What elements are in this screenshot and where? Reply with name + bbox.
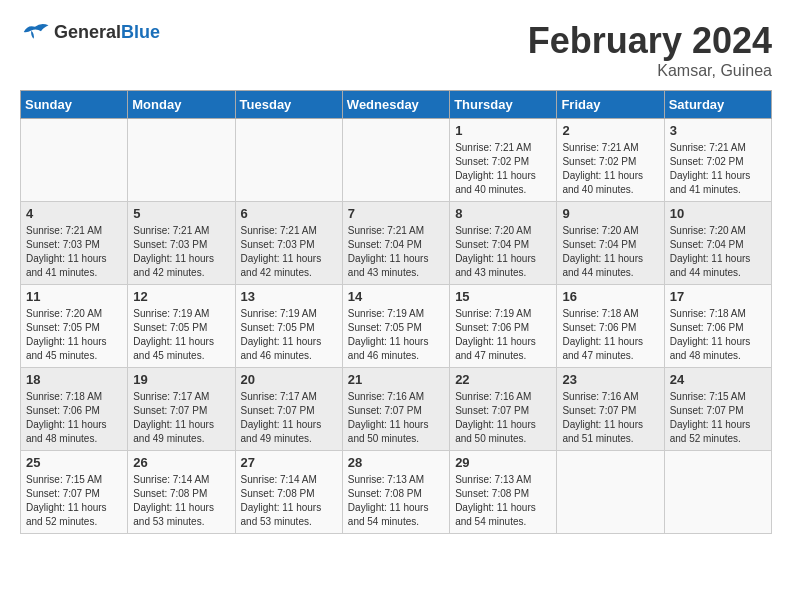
day-info: Sunrise: 7:19 AM Sunset: 7:05 PM Dayligh… xyxy=(348,307,444,363)
day-number: 22 xyxy=(455,372,551,387)
calendar-cell xyxy=(128,119,235,202)
logo-bird-icon xyxy=(20,20,50,44)
day-info: Sunrise: 7:21 AM Sunset: 7:03 PM Dayligh… xyxy=(26,224,122,280)
weekday-header-saturday: Saturday xyxy=(664,91,771,119)
day-number: 29 xyxy=(455,455,551,470)
calendar-cell: 10Sunrise: 7:20 AM Sunset: 7:04 PM Dayli… xyxy=(664,202,771,285)
calendar-cell: 11Sunrise: 7:20 AM Sunset: 7:05 PM Dayli… xyxy=(21,285,128,368)
day-number: 8 xyxy=(455,206,551,221)
day-number: 17 xyxy=(670,289,766,304)
calendar-cell: 2Sunrise: 7:21 AM Sunset: 7:02 PM Daylig… xyxy=(557,119,664,202)
day-info: Sunrise: 7:19 AM Sunset: 7:06 PM Dayligh… xyxy=(455,307,551,363)
weekday-header-thursday: Thursday xyxy=(450,91,557,119)
weekday-header-monday: Monday xyxy=(128,91,235,119)
calendar-cell xyxy=(557,451,664,534)
day-info: Sunrise: 7:20 AM Sunset: 7:04 PM Dayligh… xyxy=(670,224,766,280)
calendar-cell: 5Sunrise: 7:21 AM Sunset: 7:03 PM Daylig… xyxy=(128,202,235,285)
calendar-cell: 26Sunrise: 7:14 AM Sunset: 7:08 PM Dayli… xyxy=(128,451,235,534)
day-info: Sunrise: 7:21 AM Sunset: 7:02 PM Dayligh… xyxy=(455,141,551,197)
day-number: 10 xyxy=(670,206,766,221)
calendar-cell: 20Sunrise: 7:17 AM Sunset: 7:07 PM Dayli… xyxy=(235,368,342,451)
day-info: Sunrise: 7:18 AM Sunset: 7:06 PM Dayligh… xyxy=(670,307,766,363)
calendar-cell: 25Sunrise: 7:15 AM Sunset: 7:07 PM Dayli… xyxy=(21,451,128,534)
page-header: General Blue February 2024 Kamsar, Guine… xyxy=(20,20,772,80)
day-info: Sunrise: 7:21 AM Sunset: 7:03 PM Dayligh… xyxy=(133,224,229,280)
title-block: February 2024 Kamsar, Guinea xyxy=(528,20,772,80)
calendar-cell xyxy=(664,451,771,534)
day-info: Sunrise: 7:15 AM Sunset: 7:07 PM Dayligh… xyxy=(26,473,122,529)
day-info: Sunrise: 7:21 AM Sunset: 7:04 PM Dayligh… xyxy=(348,224,444,280)
day-number: 12 xyxy=(133,289,229,304)
day-info: Sunrise: 7:18 AM Sunset: 7:06 PM Dayligh… xyxy=(26,390,122,446)
day-info: Sunrise: 7:16 AM Sunset: 7:07 PM Dayligh… xyxy=(455,390,551,446)
day-info: Sunrise: 7:18 AM Sunset: 7:06 PM Dayligh… xyxy=(562,307,658,363)
day-info: Sunrise: 7:16 AM Sunset: 7:07 PM Dayligh… xyxy=(562,390,658,446)
weekday-header-sunday: Sunday xyxy=(21,91,128,119)
calendar-week-row: 18Sunrise: 7:18 AM Sunset: 7:06 PM Dayli… xyxy=(21,368,772,451)
calendar-cell: 16Sunrise: 7:18 AM Sunset: 7:06 PM Dayli… xyxy=(557,285,664,368)
day-info: Sunrise: 7:19 AM Sunset: 7:05 PM Dayligh… xyxy=(133,307,229,363)
day-number: 23 xyxy=(562,372,658,387)
day-info: Sunrise: 7:15 AM Sunset: 7:07 PM Dayligh… xyxy=(670,390,766,446)
day-number: 14 xyxy=(348,289,444,304)
calendar-cell: 6Sunrise: 7:21 AM Sunset: 7:03 PM Daylig… xyxy=(235,202,342,285)
calendar-cell: 24Sunrise: 7:15 AM Sunset: 7:07 PM Dayli… xyxy=(664,368,771,451)
calendar-table: SundayMondayTuesdayWednesdayThursdayFrid… xyxy=(20,90,772,534)
day-number: 2 xyxy=(562,123,658,138)
day-number: 15 xyxy=(455,289,551,304)
calendar-week-row: 25Sunrise: 7:15 AM Sunset: 7:07 PM Dayli… xyxy=(21,451,772,534)
calendar-cell: 27Sunrise: 7:14 AM Sunset: 7:08 PM Dayli… xyxy=(235,451,342,534)
calendar-cell: 9Sunrise: 7:20 AM Sunset: 7:04 PM Daylig… xyxy=(557,202,664,285)
day-number: 26 xyxy=(133,455,229,470)
day-info: Sunrise: 7:21 AM Sunset: 7:02 PM Dayligh… xyxy=(562,141,658,197)
page-title: February 2024 xyxy=(528,20,772,62)
logo-blue-text: Blue xyxy=(121,22,160,43)
weekday-header-tuesday: Tuesday xyxy=(235,91,342,119)
page-subtitle: Kamsar, Guinea xyxy=(528,62,772,80)
day-info: Sunrise: 7:14 AM Sunset: 7:08 PM Dayligh… xyxy=(133,473,229,529)
day-number: 25 xyxy=(26,455,122,470)
day-number: 28 xyxy=(348,455,444,470)
day-number: 4 xyxy=(26,206,122,221)
day-info: Sunrise: 7:13 AM Sunset: 7:08 PM Dayligh… xyxy=(455,473,551,529)
day-info: Sunrise: 7:20 AM Sunset: 7:05 PM Dayligh… xyxy=(26,307,122,363)
day-info: Sunrise: 7:21 AM Sunset: 7:02 PM Dayligh… xyxy=(670,141,766,197)
calendar-cell: 8Sunrise: 7:20 AM Sunset: 7:04 PM Daylig… xyxy=(450,202,557,285)
day-number: 7 xyxy=(348,206,444,221)
calendar-cell: 23Sunrise: 7:16 AM Sunset: 7:07 PM Dayli… xyxy=(557,368,664,451)
day-info: Sunrise: 7:16 AM Sunset: 7:07 PM Dayligh… xyxy=(348,390,444,446)
calendar-header-row: SundayMondayTuesdayWednesdayThursdayFrid… xyxy=(21,91,772,119)
day-info: Sunrise: 7:21 AM Sunset: 7:03 PM Dayligh… xyxy=(241,224,337,280)
day-number: 6 xyxy=(241,206,337,221)
day-info: Sunrise: 7:14 AM Sunset: 7:08 PM Dayligh… xyxy=(241,473,337,529)
day-number: 19 xyxy=(133,372,229,387)
day-info: Sunrise: 7:13 AM Sunset: 7:08 PM Dayligh… xyxy=(348,473,444,529)
calendar-cell: 21Sunrise: 7:16 AM Sunset: 7:07 PM Dayli… xyxy=(342,368,449,451)
day-info: Sunrise: 7:17 AM Sunset: 7:07 PM Dayligh… xyxy=(241,390,337,446)
day-number: 3 xyxy=(670,123,766,138)
day-number: 18 xyxy=(26,372,122,387)
day-info: Sunrise: 7:19 AM Sunset: 7:05 PM Dayligh… xyxy=(241,307,337,363)
day-info: Sunrise: 7:20 AM Sunset: 7:04 PM Dayligh… xyxy=(562,224,658,280)
calendar-week-row: 11Sunrise: 7:20 AM Sunset: 7:05 PM Dayli… xyxy=(21,285,772,368)
calendar-cell: 3Sunrise: 7:21 AM Sunset: 7:02 PM Daylig… xyxy=(664,119,771,202)
day-number: 9 xyxy=(562,206,658,221)
calendar-week-row: 1Sunrise: 7:21 AM Sunset: 7:02 PM Daylig… xyxy=(21,119,772,202)
day-number: 5 xyxy=(133,206,229,221)
weekday-header-friday: Friday xyxy=(557,91,664,119)
calendar-cell xyxy=(21,119,128,202)
logo: General Blue xyxy=(20,20,160,44)
day-number: 24 xyxy=(670,372,766,387)
calendar-cell xyxy=(235,119,342,202)
calendar-cell: 4Sunrise: 7:21 AM Sunset: 7:03 PM Daylig… xyxy=(21,202,128,285)
day-number: 1 xyxy=(455,123,551,138)
day-info: Sunrise: 7:17 AM Sunset: 7:07 PM Dayligh… xyxy=(133,390,229,446)
day-number: 13 xyxy=(241,289,337,304)
day-info: Sunrise: 7:20 AM Sunset: 7:04 PM Dayligh… xyxy=(455,224,551,280)
day-number: 11 xyxy=(26,289,122,304)
day-number: 16 xyxy=(562,289,658,304)
calendar-cell: 13Sunrise: 7:19 AM Sunset: 7:05 PM Dayli… xyxy=(235,285,342,368)
calendar-cell: 7Sunrise: 7:21 AM Sunset: 7:04 PM Daylig… xyxy=(342,202,449,285)
calendar-week-row: 4Sunrise: 7:21 AM Sunset: 7:03 PM Daylig… xyxy=(21,202,772,285)
calendar-cell: 22Sunrise: 7:16 AM Sunset: 7:07 PM Dayli… xyxy=(450,368,557,451)
